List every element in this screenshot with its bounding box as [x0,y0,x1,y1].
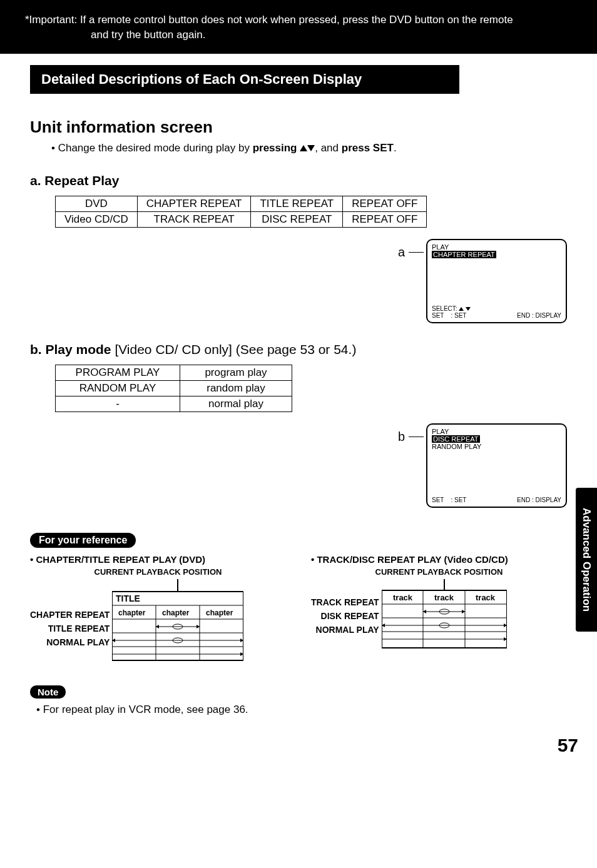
osd-footer-right: END : DISPLAY [517,312,561,319]
osd-end: END [517,497,530,503]
table-row: RANDOM PLAY random play [56,380,292,396]
osd-set-val: : SET [451,312,466,319]
osd-end-val: : DISPLAY [532,497,561,503]
reference-right: • TRACK/DISC REPEAT PLAY (Video CD/CD) C… [311,554,567,667]
ref-right-rowlabels: TRACK REPEAT DISK REPEAT NORMAL PLAY [311,595,379,637]
play-mode-suffix: [Video CD/ CD only] (See page 53 or 54.) [111,342,357,356]
osd-a-letter: a [398,245,405,260]
bullet-press-set: press SET [342,142,394,154]
svg-text:chapter: chapter [206,608,233,617]
unit-info-bullet: • Change the desired mode during play by… [51,142,567,154]
osd-select: SELECT: [432,305,457,312]
osd-footer-right: END : DISPLAY [517,497,561,503]
bullet-end: . [394,142,397,154]
osd-footer-left: SET : SET [432,497,466,503]
osd-play-text: PLAY [432,428,561,435]
osd-b-box: PLAY DISC REPEAT RANDOM PLAY SET : SET E… [426,423,567,508]
cell: - [56,396,180,411]
osd-footer-left: SELECT: SET : SET [432,305,471,319]
important-line2: and try the button again. [91,28,572,43]
rowlabel: NORMAL PLAY [311,623,379,637]
bullet-pre: Change the desired mode during play by [58,142,253,154]
rowlabel: TRACK REPEAT [311,595,379,609]
down-arrow-icon [307,145,315,151]
cell: TITLE REPEAT [251,196,343,211]
cell: DISC REPEAT [251,211,343,227]
osd-a-box: PLAY CHAPTER REPEAT SELECT: SET : SET EN… [426,239,567,323]
osd-end-val: : DISPLAY [532,312,561,319]
svg-text:chapter: chapter [162,608,190,617]
unit-info-heading: Unit information screen [30,118,567,137]
side-tab-advanced-operation: Advanced Operation [576,488,597,632]
cell: REPEAT OFF [343,211,427,227]
osd-a-label: a [398,245,424,260]
osd-set: SET [432,312,444,319]
cell: random play [180,380,292,396]
osd-highlight: CHAPTER REPEAT [432,251,496,258]
cell: PROGRAM PLAY [56,365,180,380]
play-mode-bold: b. Play mode [30,342,111,356]
for-your-reference-pill: For your reference [30,533,136,548]
osd-play-text: PLAY [432,243,561,251]
svg-text:track: track [434,593,454,602]
table-row: DVD CHAPTER REPEAT TITLE REPEAT REPEAT O… [56,196,427,211]
ref-left-rowlabels: CHAPTER REPEAT TITLE REPEAT NORMAL PLAY [30,608,110,649]
cell: TRACK REPEAT [137,211,251,227]
leader-line-icon [409,437,424,437]
ref-right-title: • TRACK/DISC REPEAT PLAY (Video CD/CD) [311,554,567,565]
tiny-up-icon [459,307,464,311]
osd-set: SET [432,497,444,503]
rowlabel: NORMAL PLAY [30,635,110,649]
osd-end: END [517,312,530,319]
svg-text:track: track [393,593,413,602]
note-pill: Note [30,685,66,699]
rowlabel: CHAPTER REPEAT [30,608,110,622]
note-text: • For repeat play in VCR mode, see page … [36,704,567,716]
ref-right-sub: CURRENT PLAYBACK POSITION [311,567,567,577]
cell: normal play [180,396,292,411]
osd-line2: RANDOM PLAY [432,443,561,450]
title-cell: TITLE [116,593,140,603]
bullet-post: , and [315,142,342,154]
leader-line-icon [409,252,424,253]
important-prefix: *Important: [25,14,77,26]
cell: Video CD/CD [56,211,138,227]
play-mode-table: PROGRAM PLAY program play RANDOM PLAY ra… [55,365,292,412]
ref-right-diagram-svg: track track track [382,579,507,654]
page-number: 57 [0,735,578,756]
table-row: Video CD/CD TRACK REPEAT DISC REPEAT REP… [56,211,427,227]
bullet-pressing: pressing [253,142,297,154]
rowlabel: TITLE REPEAT [30,622,110,635]
osd-b-label: b [398,430,424,444]
cell: DVD [56,196,138,211]
osd-b-letter: b [398,430,405,444]
table-row: PROGRAM PLAY program play [56,365,292,380]
section-title-bar: Detailed Descriptions of Each On-Screen … [30,65,459,94]
repeat-play-heading: a. Repeat Play [30,173,567,188]
important-note-bar: *Important: If a remote control button d… [0,0,597,54]
repeat-play-table: DVD CHAPTER REPEAT TITLE REPEAT REPEAT O… [55,196,427,228]
osd-highlight: DISC REPEAT [432,435,480,443]
ref-left-sub: CURRENT PLAYBACK POSITION [30,567,286,577]
cell: REPEAT OFF [343,196,427,211]
svg-text:track: track [476,593,496,602]
ref-left-diagram-svg: TITLE chapter chapter chapter [112,579,243,667]
rowlabel: DISK REPEAT [311,609,379,623]
play-mode-heading: b. Play mode [Video CD/ CD only] (See pa… [30,342,567,357]
reference-left: • CHAPTER/TITLE REPEAT PLAY (DVD) CURREN… [30,554,286,667]
tiny-down-icon [466,307,471,311]
osd-set-val: : SET [451,497,466,503]
table-row: - normal play [56,396,292,411]
svg-text:chapter: chapter [118,608,146,617]
cell: CHAPTER REPEAT [137,196,251,211]
cell: RANDOM PLAY [56,380,180,396]
cell: program play [180,365,292,380]
ref-left-title: • CHAPTER/TITLE REPEAT PLAY (DVD) [30,554,286,565]
important-line1: If a remote control button does not work… [80,14,513,26]
up-arrow-icon [300,145,307,151]
